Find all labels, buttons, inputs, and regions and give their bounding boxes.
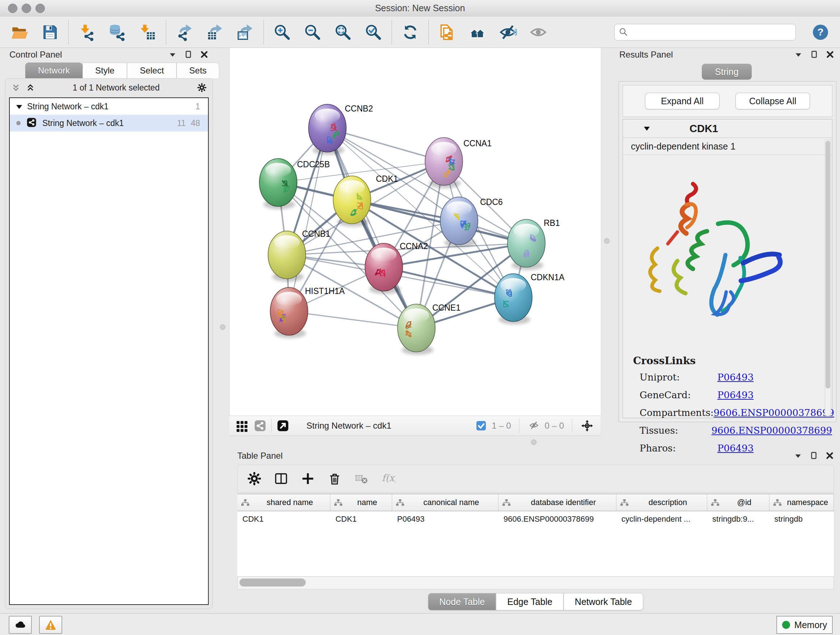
table-cell[interactable]: stringdb [769, 511, 834, 527]
network-edge[interactable] [289, 311, 416, 328]
protein-expander-icon[interactable] [643, 125, 651, 132]
new-network-from-selection-icon[interactable] [438, 23, 456, 42]
selected-checkbox-icon[interactable] [474, 419, 488, 432]
fit-content-icon[interactable] [333, 23, 352, 42]
panel-close-icon[interactable] [824, 450, 835, 461]
collapse-all-icon[interactable] [11, 82, 21, 93]
tab-style[interactable]: Style [82, 63, 127, 78]
table-hscrollbar[interactable] [237, 576, 834, 589]
save-session-icon[interactable] [41, 23, 59, 42]
table-cell[interactable]: P06493 [392, 511, 499, 527]
network-collection-row[interactable]: String Network – cdk1 1 [10, 98, 208, 115]
zoom-out-icon[interactable] [303, 23, 322, 42]
crosslink-uniprot-link[interactable]: P06493 [717, 372, 753, 383]
warning-button[interactable] [39, 616, 62, 634]
panel-menu-icon[interactable] [793, 450, 804, 461]
table-cell[interactable]: CDK1 [330, 511, 392, 527]
split-column-icon[interactable] [273, 470, 289, 486]
mac-minimize-icon[interactable] [22, 4, 31, 13]
results-scrollbar[interactable] [825, 140, 831, 416]
tab-select[interactable]: Select [127, 63, 177, 78]
collapse-all-button[interactable]: Collapse All [736, 93, 810, 109]
tab-network-table[interactable]: Network Table [564, 593, 643, 610]
table-cell[interactable]: CDK1 [237, 511, 330, 527]
gear-icon[interactable] [246, 470, 262, 486]
tab-edge-table[interactable]: Edge Table [496, 593, 564, 610]
panel-close-icon[interactable] [825, 49, 836, 60]
memory-button[interactable]: Memory [776, 616, 833, 634]
network-node-hist1h1a[interactable]: HIST1H1A [270, 287, 345, 338]
panel-float-icon[interactable] [808, 450, 819, 461]
crosslink-genecard-link[interactable]: P06493 [717, 390, 753, 401]
bottom-splitter-handle[interactable] [531, 440, 537, 445]
delete-icon[interactable] [327, 470, 343, 486]
column-header-shared-name[interactable]: shared name [237, 494, 330, 511]
network-node-cdc6[interactable]: CDC6 [440, 197, 503, 248]
mac-close-icon[interactable] [8, 4, 17, 13]
search-input[interactable] [631, 25, 796, 40]
network-node-cdk1[interactable]: CDK1 [333, 174, 398, 226]
grid-view-icon[interactable] [234, 419, 248, 432]
column-header-canonical-name[interactable]: canonical name [392, 494, 499, 511]
network-row[interactable]: String Network – cdk1 11 48 [10, 115, 208, 131]
network-edge[interactable] [384, 267, 513, 298]
left-splitter-handle[interactable] [220, 325, 225, 330]
cloud-button[interactable] [9, 616, 32, 634]
network-edge[interactable] [327, 128, 416, 328]
tab-sets[interactable]: Sets [177, 63, 219, 78]
network-edge[interactable] [289, 128, 327, 311]
tab-string[interactable]: String [702, 64, 752, 80]
crosslink-compartments-link[interactable]: 9606.ENSP00000378699 [714, 407, 834, 418]
tab-node-table[interactable]: Node Table [428, 593, 496, 610]
column-header-description[interactable]: description [616, 494, 707, 511]
mac-zoom-icon[interactable] [35, 4, 45, 13]
column-header--id[interactable]: @id [707, 494, 769, 511]
import-database-icon[interactable] [108, 23, 126, 42]
tree-expander-icon[interactable] [16, 103, 23, 110]
export-image-icon[interactable] [236, 23, 255, 42]
share-view-icon[interactable] [253, 419, 267, 432]
network-node-ccne1[interactable]: CCNE1 [398, 303, 461, 355]
panel-close-icon[interactable] [199, 49, 210, 60]
expand-all-button[interactable]: Expand All [645, 93, 720, 109]
node-table-row[interactable]: CDK1CDK1P064939606.ENSP00000378699cyclin… [237, 511, 834, 527]
tab-network[interactable]: Network [25, 63, 82, 78]
table-cell[interactable]: stringdb:9... [707, 511, 769, 527]
table-hscrollbar-thumb[interactable] [240, 578, 306, 586]
table-cell[interactable]: cyclin-dependent ... [616, 511, 707, 527]
network-node-ccnb2[interactable]: CCNB2 [309, 104, 373, 155]
zoom-in-icon[interactable] [273, 23, 292, 42]
zoom-selected-icon[interactable] [364, 23, 383, 42]
birdseye-toggle-icon[interactable] [276, 419, 290, 432]
column-header-namespace[interactable]: namespace [769, 494, 834, 511]
open-session-icon[interactable] [10, 23, 29, 42]
network-view-canvas[interactable]: CCNB2CCNA1CDC25BCDK1CDC6RB1CCNB1CCNA2CDK… [229, 48, 601, 416]
expand-all-icon[interactable] [25, 82, 36, 93]
export-network-icon[interactable] [175, 23, 194, 42]
pan-crosshair-icon[interactable] [580, 419, 594, 432]
panel-float-icon[interactable] [809, 49, 820, 60]
network-node-ccna2[interactable]: CCNA2 [365, 241, 428, 294]
hide-selected-icon[interactable] [499, 23, 517, 42]
help-icon[interactable]: ? [812, 24, 829, 41]
add-icon[interactable] [300, 470, 316, 486]
results-scrollbar-thumb[interactable] [826, 141, 830, 388]
panel-menu-icon[interactable] [167, 49, 178, 60]
string-network-graph[interactable]: CCNB2CCNA1CDC25BCDK1CDC6RB1CCNB1CCNA2CDK… [230, 48, 601, 416]
column-header-database-identifier[interactable]: database identifier [499, 494, 616, 511]
first-neighbors-icon[interactable] [468, 23, 487, 42]
gear-icon[interactable] [196, 82, 207, 93]
table-cell[interactable]: 9606.ENSP00000378699 [499, 511, 616, 527]
network-node-cdc25b[interactable]: CDC25B [259, 158, 330, 209]
network-node-ccna1[interactable]: CCNA1 [425, 138, 492, 188]
right-splitter-handle[interactable] [604, 238, 609, 244]
export-table-icon[interactable] [205, 23, 224, 42]
crosslink-tissues-link[interactable]: 9606.ENSP00000378699 [712, 425, 832, 436]
panel-menu-icon[interactable] [793, 49, 804, 60]
import-network-icon[interactable] [77, 23, 96, 42]
network-node-rb1[interactable]: RB1 [508, 218, 560, 270]
import-table-icon[interactable] [138, 23, 157, 42]
apply-layout-icon[interactable] [401, 23, 420, 42]
search-box[interactable] [614, 24, 796, 41]
column-header-name[interactable]: name [330, 494, 392, 511]
